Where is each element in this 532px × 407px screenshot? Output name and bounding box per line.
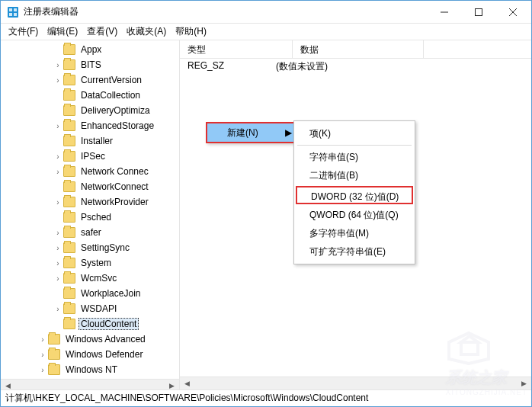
tree-node[interactable]: ›Network Connec	[5, 164, 179, 179]
registry-tree: Appx›BITS›CurrentVersionDataCollectionDe…	[1, 40, 179, 379]
context-item-qword[interactable]: QWORD (64 位)值(Q)	[296, 206, 413, 224]
maximize-button[interactable]	[461, 1, 495, 23]
tree-node[interactable]: ›IPSec	[5, 149, 179, 164]
tree-node[interactable]: ›safer	[5, 225, 179, 240]
tree-node-label: Installer	[79, 135, 115, 147]
folder-icon	[63, 227, 75, 238]
folder-icon	[63, 166, 75, 177]
context-menu-new: 新建(N) ▶	[206, 122, 297, 143]
folder-icon	[63, 105, 75, 116]
tree-node[interactable]: ›Windows Advanced	[5, 332, 179, 347]
chevron-right-icon[interactable]: ›	[53, 151, 63, 162]
cell-type: REG_SZ	[187, 60, 276, 73]
menu-favorites[interactable]: 收藏夹(A)	[122, 24, 171, 40]
tree-node[interactable]: WorkplaceJoin	[5, 286, 179, 301]
tree-node[interactable]: ›CurrentVersion	[5, 72, 179, 88]
context-item-new[interactable]: 新建(N) ▶	[207, 123, 296, 142]
tree-node-label: Windows Advanced	[63, 333, 148, 345]
tree-node[interactable]: ›Windows Defender	[5, 347, 179, 362]
tree-node[interactable]: DataCollection	[5, 88, 179, 103]
context-item-key[interactable]: 项(K)	[296, 124, 413, 143]
context-item-binary[interactable]: 二进制值(B)	[296, 166, 413, 184]
tree-pane[interactable]: Appx›BITS›CurrentVersionDataCollectionDe…	[1, 40, 180, 389]
chevron-right-icon[interactable]: ›	[53, 227, 63, 238]
svg-rect-2	[14, 8, 17, 11]
menu-separator	[297, 145, 412, 146]
tree-node[interactable]: ›BITS	[5, 57, 179, 72]
chevron-right-icon[interactable]: ›	[53, 120, 63, 131]
chevron-right-icon[interactable]: ›	[37, 364, 48, 375]
tree-node[interactable]: ›WSDAPI	[5, 301, 179, 316]
window-controls	[427, 1, 530, 23]
scroll-left-icon[interactable]: ◀	[2, 380, 14, 390]
tree-node[interactable]: Psched	[5, 210, 179, 225]
scroll-left-icon[interactable]: ◀	[181, 378, 193, 389]
context-item-multi-string[interactable]: 多字符串值(M)	[296, 224, 413, 242]
chevron-right-icon[interactable]: ›	[53, 303, 63, 314]
tree-node-label: NetworkProvider	[79, 196, 151, 208]
tree-node-label: CloudContent	[79, 318, 139, 330]
window-title: 注册表编辑器	[24, 5, 427, 18]
registry-editor-window: 注册表编辑器 文件(F) 编辑(E) 查看(V) 收藏夹(A) 帮助(H) Ap…	[0, 0, 532, 407]
context-submenu-new-type: 项(K) 字符串值(S) 二进制值(B) DWORD (32 位)值(D) QW…	[293, 120, 415, 264]
folder-icon	[48, 349, 60, 360]
tree-node-label: System	[79, 257, 114, 269]
tree-horizontal-scrollbar[interactable]: ◀ ▶	[1, 379, 179, 389]
tree-node-label: DataCollection	[79, 89, 143, 101]
menu-edit[interactable]: 编辑(E)	[43, 24, 82, 40]
folder-icon	[63, 151, 75, 162]
toggle-placeholder	[53, 288, 63, 299]
folder-icon	[63, 120, 75, 131]
tree-node[interactable]: ›Windows NT	[5, 362, 179, 377]
chevron-right-icon[interactable]: ›	[53, 166, 63, 177]
chevron-right-icon[interactable]: ›	[53, 273, 63, 284]
context-item-string[interactable]: 字符串值(S)	[296, 148, 413, 166]
tree-node[interactable]: CloudContent	[5, 316, 179, 332]
chevron-right-icon[interactable]: ›	[37, 334, 48, 345]
chevron-right-icon[interactable]: ›	[53, 197, 63, 207]
tree-node[interactable]: ›WcmSvc	[5, 271, 179, 286]
list-horizontal-scrollbar[interactable]: ◀ ▶	[180, 377, 531, 389]
chevron-right-icon[interactable]: ›	[53, 59, 63, 70]
scroll-right-icon[interactable]: ▶	[518, 378, 530, 389]
tree-node[interactable]: Installer	[5, 133, 179, 149]
folder-icon	[48, 364, 60, 375]
close-button[interactable]	[495, 1, 530, 23]
minimize-button[interactable]	[427, 1, 461, 23]
toggle-placeholder	[53, 319, 63, 329]
tree-node[interactable]: ›EnhancedStorage	[5, 118, 179, 133]
folder-icon	[63, 197, 75, 207]
menu-file[interactable]: 文件(F)	[4, 24, 43, 40]
toggle-placeholder	[53, 181, 63, 192]
menu-help[interactable]: 帮助(H)	[171, 24, 211, 40]
list-row[interactable]: REG_SZ (数值未设置)	[180, 59, 531, 75]
menu-view[interactable]: 查看(V)	[82, 24, 122, 40]
tree-node-label: safer	[79, 226, 104, 239]
tree-node[interactable]: NetworkConnect	[5, 179, 179, 194]
folder-icon	[63, 212, 75, 223]
col-type[interactable]: 类型	[180, 40, 293, 58]
tree-node[interactable]: Appx	[5, 42, 179, 57]
tree-node[interactable]: DeliveryOptimiza	[5, 103, 179, 118]
tree-node-label: Windows NT	[63, 364, 120, 376]
tree-node-label: EnhancedStorage	[79, 120, 156, 132]
tree-node-label: CurrentVersion	[79, 74, 144, 86]
scroll-right-icon[interactable]: ▶	[166, 380, 178, 390]
folder-icon	[48, 334, 60, 345]
tree-node[interactable]: ›SettingSync	[5, 240, 179, 255]
col-data[interactable]: 数据	[293, 40, 424, 58]
context-item-expandable-string[interactable]: 可扩充字符串值(E)	[296, 242, 413, 261]
chevron-right-icon[interactable]: ›	[37, 349, 48, 360]
context-item-label: 新建(N)	[207, 123, 280, 142]
chevron-right-icon[interactable]: ›	[53, 258, 63, 268]
cell-data: (数值未设置)	[276, 60, 531, 73]
tree-node-label: NetworkConnect	[79, 181, 151, 193]
context-item-dword[interactable]: DWORD (32 位)值(D)	[296, 186, 413, 204]
tree-node[interactable]: ›System	[5, 255, 179, 271]
folder-icon	[63, 288, 75, 299]
toggle-placeholder	[53, 105, 63, 116]
chevron-right-icon[interactable]: ›	[53, 75, 63, 85]
tree-node[interactable]: ›NetworkProvider	[5, 194, 179, 210]
list-header: 类型 数据	[180, 40, 531, 59]
chevron-right-icon[interactable]: ›	[53, 242, 63, 253]
